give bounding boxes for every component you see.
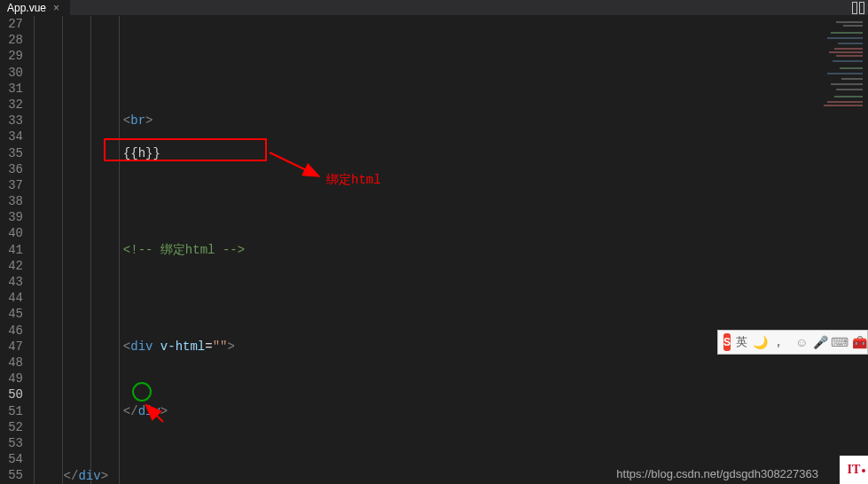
mic-icon[interactable]: 🎤 xyxy=(813,335,827,349)
moon-icon[interactable]: 🌙 xyxy=(753,335,767,349)
comma-icon[interactable]: ， xyxy=(772,335,785,349)
split-editor-icon[interactable] xyxy=(852,2,864,14)
tab-bar: App.vue × xyxy=(0,0,868,16)
line-number-gutter: 27282930313233 34353637383940 4142434445… xyxy=(0,16,34,484)
code-area[interactable]: <br> {{h}} <!-- 绑定html --> <div v-html="… xyxy=(34,16,868,484)
keyboard-icon[interactable]: ⌨ xyxy=(833,335,847,349)
ime-panel[interactable]: S 英 🌙 ， ☺ 🎤 ⌨ 🧰 xyxy=(717,330,868,355)
file-tab[interactable]: App.vue × xyxy=(0,0,70,15)
watermark-text: https://blog.csdn.net/gdsgdh308227363 xyxy=(616,467,818,480)
minimap[interactable] xyxy=(818,16,868,484)
smiley-icon[interactable]: ☺ xyxy=(795,335,808,349)
annotation-arrow-1 xyxy=(266,147,328,183)
annotation-arrow-2 xyxy=(142,401,168,427)
svg-line-1 xyxy=(147,406,163,422)
tab-filename: App.vue xyxy=(7,2,46,14)
ime-logo-icon: S xyxy=(723,333,731,351)
annotation-label: 绑定html xyxy=(326,172,381,188)
blog-logo: IT xyxy=(840,456,868,484)
svg-line-0 xyxy=(270,152,317,176)
close-icon[interactable]: × xyxy=(53,2,59,14)
editor-area: 27282930313233 34353637383940 4142434445… xyxy=(0,16,868,484)
ime-language[interactable]: 英 xyxy=(736,334,747,350)
toolbox-icon[interactable]: 🧰 xyxy=(852,335,866,349)
